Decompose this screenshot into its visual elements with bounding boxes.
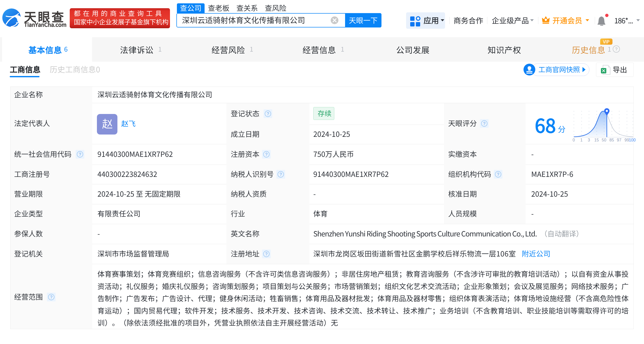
svg-text:15: 15 xyxy=(594,138,599,142)
svg-text:99: 99 xyxy=(625,138,629,142)
svg-text:0: 0 xyxy=(573,138,575,142)
svg-text:?: ? xyxy=(265,152,268,157)
svg-text:50: 50 xyxy=(602,138,606,142)
svg-text:3: 3 xyxy=(588,138,590,142)
svg-text:?: ? xyxy=(79,152,81,157)
svg-text:100: 100 xyxy=(629,138,636,142)
svg-text:?: ? xyxy=(265,252,268,256)
svg-text:?: ? xyxy=(267,112,269,116)
svg-text:?: ? xyxy=(497,172,499,177)
svg-text:?: ? xyxy=(50,295,53,299)
svg-text:85: 85 xyxy=(609,138,614,142)
svg-text:97: 97 xyxy=(617,138,621,142)
svg-text:?: ? xyxy=(615,47,617,52)
svg-text:?: ? xyxy=(280,172,282,177)
svg-text:?: ? xyxy=(483,121,486,126)
svg-text:1: 1 xyxy=(580,138,583,142)
